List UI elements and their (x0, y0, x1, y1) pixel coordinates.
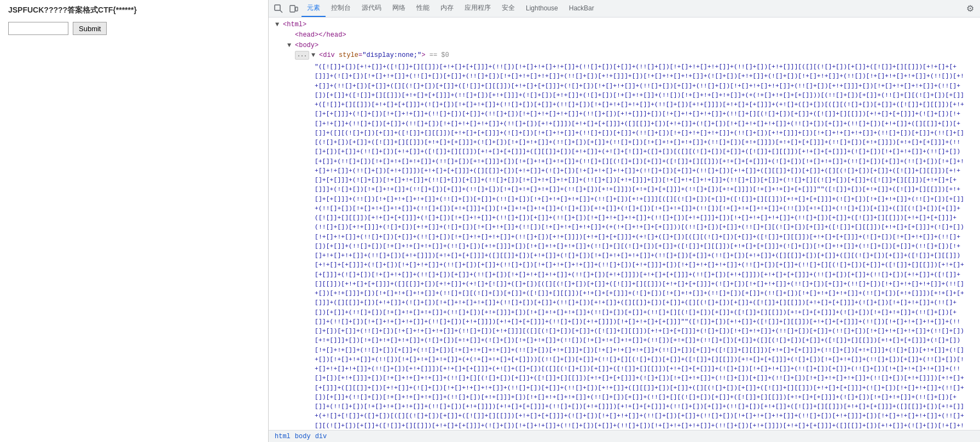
expand-head[interactable] (287, 31, 295, 40)
breadcrumb-html[interactable]: html (273, 433, 292, 440)
dom-tree[interactable]: ▼ <html> <head></head> ▼ <body> ... ▼ <d… (269, 18, 980, 430)
tab-console-label: 控制台 (331, 3, 351, 13)
answer-input[interactable] (8, 22, 68, 35)
tab-memory-label: 内存 (440, 3, 454, 13)
tab-elements[interactable]: 元素 (301, 0, 326, 17)
tab-application[interactable]: 应用程序 (459, 0, 496, 17)
expand-body[interactable]: ▼ (287, 41, 295, 50)
tab-performance-label: 性能 (416, 3, 430, 13)
attr-style-name: style (339, 51, 358, 60)
form-row: Submit (8, 22, 260, 35)
ellipsis-button[interactable]: ... (295, 51, 309, 60)
tab-hackbar[interactable]: HackBar (564, 0, 600, 17)
tab-network-label: 网络 (392, 3, 405, 13)
breadcrumb-body[interactable]: body (293, 433, 312, 440)
tab-performance[interactable]: 性能 (411, 0, 435, 17)
tab-elements-label: 元素 (307, 3, 320, 13)
breadcrumb-div[interactable]: div (314, 433, 329, 440)
inspect-element-icon[interactable] (271, 1, 286, 16)
tag-html: <html> (283, 20, 306, 30)
device-toolbar-icon[interactable] (286, 1, 301, 16)
submit-button[interactable]: Submit (73, 22, 107, 35)
tab-memory[interactable]: 内存 (435, 0, 459, 17)
dom-line-head[interactable]: <head></head> (269, 30, 980, 40)
tab-sources[interactable]: 源代码 (356, 0, 387, 17)
devtools-toolbar: 元素 控制台 源代码 网络 性能 内存 应用程序 安全 (269, 0, 980, 18)
jsfuck-content[interactable]: "([![]]+[])[+!+[]]+([![]]+[][[]])[+!+[]+… (269, 61, 980, 430)
attr-style-value: "display:none;" (362, 51, 421, 60)
tab-lighthouse-label: Lighthouse (526, 4, 558, 12)
tab-application-label: 应用程序 (465, 3, 491, 13)
pseudo-selected: == $0 (425, 51, 449, 60)
tag-div-open: <div (319, 51, 339, 60)
expand-html[interactable]: ▼ (275, 20, 283, 30)
devtools-tabs: 元素 控制台 源代码 网络 性能 内存 应用程序 安全 (301, 0, 962, 17)
tab-console[interactable]: 控制台 (326, 0, 356, 17)
elements-panel: ▼ <html> <head></head> ▼ <body> ... ▼ <d… (269, 18, 980, 442)
tab-security[interactable]: 安全 (496, 0, 520, 17)
page-content: JSPFUCK?????答案格式CTF{******} Submit (0, 0, 268, 442)
tab-sources-label: 源代码 (362, 3, 381, 13)
devtools-panel: 元素 控制台 源代码 网络 性能 内存 应用程序 安全 (268, 0, 980, 442)
svg-line-1 (280, 10, 282, 13)
svg-rect-2 (290, 5, 295, 12)
svg-rect-3 (295, 7, 298, 11)
tab-hackbar-label: HackBar (569, 4, 594, 12)
tab-lighthouse[interactable]: Lighthouse (520, 0, 564, 17)
svg-rect-0 (275, 5, 280, 10)
dom-line-body[interactable]: ▼ <body> (269, 40, 980, 51)
tab-security-label: 安全 (502, 3, 515, 13)
tab-network[interactable]: 网络 (387, 0, 411, 17)
expand-div[interactable]: ▼ (311, 51, 319, 60)
dom-line-ellipsis[interactable]: ... ▼ <div style="display:none;"> == $0 (269, 50, 980, 61)
page-title: JSPFUCK?????答案格式CTF{******} (8, 5, 260, 15)
dom-line-html[interactable]: ▼ <html> (269, 20, 980, 30)
tag-body: <body> (295, 41, 318, 50)
settings-icon[interactable]: ⚙ (962, 1, 978, 16)
dom-breadcrumb: html body div (269, 430, 980, 442)
tag-head: <head></head> (295, 31, 346, 40)
